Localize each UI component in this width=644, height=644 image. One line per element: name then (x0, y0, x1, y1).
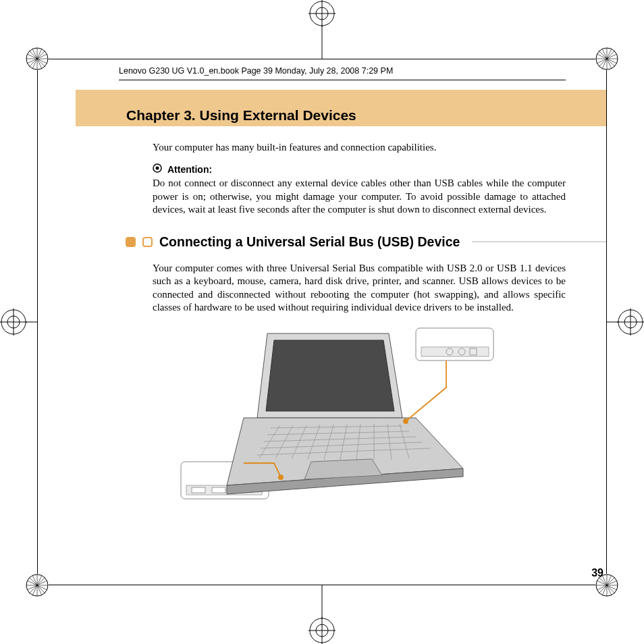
registration-target-icon (308, 0, 336, 27)
registration-target-icon (308, 617, 336, 644)
svg-rect-55 (421, 347, 489, 356)
page-content: Lenovo G230 UG V1.0_en.book Page 39 Mond… (38, 59, 606, 585)
page-number: 39 (591, 567, 603, 579)
svg-point-53 (156, 167, 159, 170)
chapter-title: Chapter 3. Using External Devices (126, 107, 356, 126)
document-header-meta: Lenovo G230 UG V1.0_en.book Page 39 Mond… (119, 66, 566, 76)
svg-point-40 (310, 618, 334, 643)
crop-line (26, 322, 38, 323)
crop-line (322, 26, 323, 59)
svg-rect-62 (212, 487, 225, 493)
chapter-band: Chapter 3. Using External Devices (76, 90, 606, 126)
attention-heading: Attention: (153, 163, 566, 176)
registration-target-icon (617, 308, 644, 336)
header-rule (119, 80, 566, 80)
crop-line (606, 322, 618, 323)
attention-label: Attention: (167, 164, 212, 175)
svg-point-44 (1, 310, 26, 334)
section-title: Connecting a Universal Serial Bus (USB) … (159, 234, 460, 250)
section-paragraph: Your computer comes with three Universal… (153, 262, 566, 315)
svg-point-48 (618, 310, 643, 334)
intro-paragraph: Your computer has many built-in features… (153, 141, 566, 154)
section-bullet-hollow-icon (142, 237, 153, 247)
crop-line (322, 585, 323, 618)
svg-point-41 (316, 624, 328, 637)
svg-point-49 (624, 316, 637, 328)
svg-point-36 (310, 1, 334, 26)
svg-point-45 (7, 316, 20, 328)
section-bullet-filled-icon (126, 237, 136, 247)
svg-point-64 (404, 419, 408, 423)
attention-bullet-icon (153, 163, 162, 176)
svg-point-65 (279, 475, 283, 479)
section-heading: Connecting a Universal Serial Bus (USB) … (126, 234, 566, 250)
svg-rect-61 (192, 487, 205, 493)
registration-target-icon (0, 308, 27, 336)
laptop-usb-figure (180, 327, 497, 502)
section-rule (472, 241, 606, 242)
svg-point-37 (316, 7, 328, 20)
attention-paragraph: Do not connect or disconnect any externa… (153, 177, 566, 217)
